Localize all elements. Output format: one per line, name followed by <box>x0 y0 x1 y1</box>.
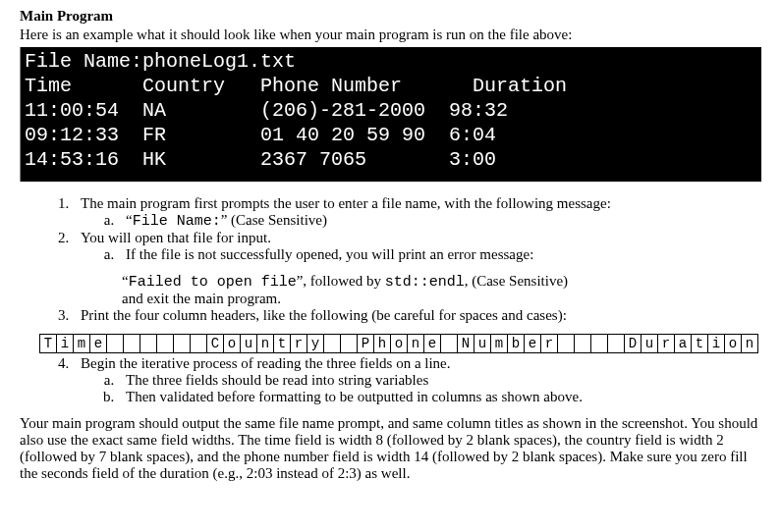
grid-cell: m <box>490 334 508 353</box>
grid-cell <box>340 334 358 353</box>
grid-cell: u <box>474 334 491 353</box>
grid-cell: h <box>373 334 391 353</box>
grid-cell <box>323 334 341 353</box>
list-item: Then validated before formatting to be o… <box>118 389 761 405</box>
grid-cell <box>190 334 207 353</box>
list-item: If the file is not successfully opened, … <box>118 246 761 263</box>
terminal-line: 14:53:16 HK 2367 7065 3:00 <box>25 148 496 171</box>
sub-list: The three fields should be read into str… <box>118 372 761 405</box>
code-text: Failed to open file <box>129 274 297 291</box>
list-item: Print the four column headers, like the … <box>73 307 761 324</box>
list-item: Begin the iterative process of reading t… <box>73 355 761 405</box>
grid-cell: D <box>624 334 642 353</box>
grid-cell: i <box>707 334 725 353</box>
grid-cell: a <box>674 334 692 353</box>
list-text: Print the four column headers, like the … <box>81 307 567 323</box>
grid-cell <box>156 334 174 353</box>
grid-cell: u <box>641 334 658 353</box>
grid-cell: o <box>223 334 241 353</box>
grid-cell: e <box>423 334 441 353</box>
code-text: File Name: <box>133 213 221 230</box>
grid-cell: P <box>357 334 374 353</box>
grid-cell: e <box>524 334 541 353</box>
terminal-line: 11:00:54 NA (206)-281-2000 98:32 <box>25 99 508 122</box>
code-text: std::endl <box>385 274 465 291</box>
grid-cell <box>173 334 191 353</box>
grid-cell: t <box>691 334 708 353</box>
grid-cell: n <box>741 334 758 353</box>
list-text: ”, followed by <box>297 273 385 289</box>
list-text: You will open that file for input. <box>81 230 271 245</box>
list-text: , (Case Sensitive) <box>465 273 568 289</box>
grid-cell <box>123 334 140 353</box>
grid-cell: T <box>39 334 57 353</box>
grid-cell: e <box>89 334 107 353</box>
grid-cell: o <box>390 334 408 353</box>
grid-cell: m <box>73 334 90 353</box>
section-heading: Main Program <box>20 8 761 25</box>
instructions-list-cont2: Begin the iterative process of reading t… <box>73 355 761 405</box>
terminal-line: 09:12:33 FR 01 40 20 59 90 6:04 <box>25 124 496 146</box>
intro-text: Here is an example what it should look l… <box>20 27 761 43</box>
column-header-grid: TimeCountryPhoneNumberDuration <box>39 334 761 353</box>
list-text: “ <box>126 212 133 228</box>
terminal-line: File Name:phoneLog1.txt <box>25 50 296 73</box>
terminal-line: Time Country Phone Number Duration <box>25 75 567 97</box>
list-text: If the file is not successfully opened, … <box>126 246 533 262</box>
list-text: ” (Case Sensitive) <box>221 212 327 228</box>
grid-cell <box>440 334 458 353</box>
grid-cell <box>106 334 124 353</box>
list-item: The main program first prompts the user … <box>73 195 761 230</box>
grid-cell <box>590 334 608 353</box>
closing-paragraph: Your main program should output the same… <box>20 415 761 482</box>
instructions-list-cont: Print the four column headers, like the … <box>73 307 761 324</box>
continuation-text: and exit the main program. <box>122 291 761 307</box>
grid-cell: n <box>407 334 424 353</box>
grid-cell: o <box>724 334 742 353</box>
grid-cell: y <box>307 334 324 353</box>
list-text: Begin the iterative process of reading t… <box>81 355 451 371</box>
grid-cell: C <box>206 334 224 353</box>
grid-cell: u <box>240 334 257 353</box>
list-item: “File Name:” (Case Sensitive) <box>118 212 761 230</box>
sub-list: “File Name:” (Case Sensitive) <box>118 212 761 230</box>
list-item: The three fields should be read into str… <box>118 372 761 389</box>
grid-cell: n <box>256 334 274 353</box>
grid-cell <box>574 334 591 353</box>
list-text: The main program first prompts the user … <box>81 195 611 211</box>
grid-cell <box>557 334 575 353</box>
instructions-list: The main program first prompts the user … <box>73 195 761 263</box>
grid-cell <box>139 334 157 353</box>
list-text: “ <box>122 273 129 289</box>
terminal-output: File Name:phoneLog1.txt Time Country Pho… <box>20 47 761 182</box>
grid-cell: r <box>290 334 307 353</box>
continuation-text: “Failed to open file”, followed by std::… <box>122 273 761 291</box>
grid-cell: r <box>657 334 675 353</box>
grid-cell: N <box>457 334 474 353</box>
list-item: You will open that file for input. If th… <box>73 230 761 263</box>
grid-cell <box>607 334 625 353</box>
sub-list: If the file is not successfully opened, … <box>118 246 761 263</box>
grid-cell: b <box>507 334 525 353</box>
grid-cell: i <box>56 334 74 353</box>
grid-cell: r <box>540 334 558 353</box>
grid-cell: t <box>273 334 291 353</box>
